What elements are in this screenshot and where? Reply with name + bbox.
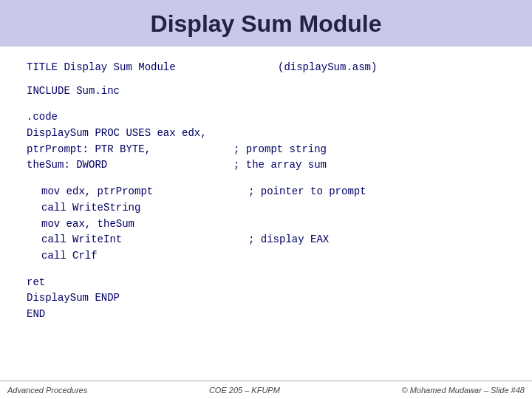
include-line: INCLUDE Sum.inc: [27, 83, 505, 100]
endp-line: DisplaySum ENDP: [27, 290, 505, 307]
instr1-comment: ; pointer to prompt: [248, 184, 366, 200]
arg2-left: theSum: DWORD: [27, 157, 233, 174]
end-line: END: [27, 307, 505, 323]
footer-center: COE 205 – KFUPM: [209, 386, 280, 395]
footer: Advanced Procedures COE 205 – KFUPM © Mo…: [0, 381, 532, 399]
title-left: TITLE Display Sum Module: [27, 60, 278, 76]
code-directive: .code: [27, 109, 505, 126]
ret-line: ret: [27, 275, 505, 291]
instr2: call WriteString: [41, 200, 505, 216]
instr5: call Crlf: [41, 248, 505, 265]
footer-left: Advanced Procedures: [7, 386, 87, 395]
arg2-row: theSum: DWORD ; the array sum: [27, 157, 505, 174]
arg1-left: ptrPrompt: PTR BYTE,: [27, 142, 233, 158]
instr4-comment: ; display EAX: [248, 232, 329, 248]
title-bar: Display Sum Module: [0, 0, 532, 47]
slide: Display Sum Module TITLE Display Sum Mod…: [0, 0, 532, 399]
content-area: TITLE Display Sum Module (displaySum.asm…: [0, 47, 532, 381]
instr1-left: mov edx, ptrPrompt: [41, 184, 248, 200]
title-right: (displaySum.asm): [278, 60, 377, 76]
title-line: TITLE Display Sum Module (displaySum.asm…: [27, 60, 505, 76]
end-section: ret DisplaySum ENDP END: [27, 275, 505, 323]
arg1-row: ptrPrompt: PTR BYTE, ; prompt string: [27, 142, 505, 158]
arg1-comment: ; prompt string: [233, 142, 327, 158]
instr1-row: mov edx, ptrPrompt ; pointer to prompt: [41, 184, 505, 200]
slide-title: Display Sum Module: [15, 10, 517, 38]
instr4-row: call WriteInt ; display EAX: [41, 232, 505, 248]
instr4-left: call WriteInt: [41, 232, 248, 248]
instruction-section: mov edx, ptrPrompt ; pointer to prompt c…: [41, 184, 505, 264]
proc-section: .code DisplaySum PROC USES eax edx, ptrP…: [27, 109, 505, 174]
footer-right: © Mohamed Mudawar – Slide #48: [402, 386, 525, 395]
arg2-comment: ; the array sum: [233, 157, 327, 174]
proc-decl: DisplaySum PROC USES eax edx,: [27, 126, 505, 142]
instr3: mov eax, theSum: [41, 216, 505, 233]
code-block: TITLE Display Sum Module (displaySum.asm…: [27, 60, 505, 329]
include-text: INCLUDE Sum.inc: [27, 85, 120, 97]
